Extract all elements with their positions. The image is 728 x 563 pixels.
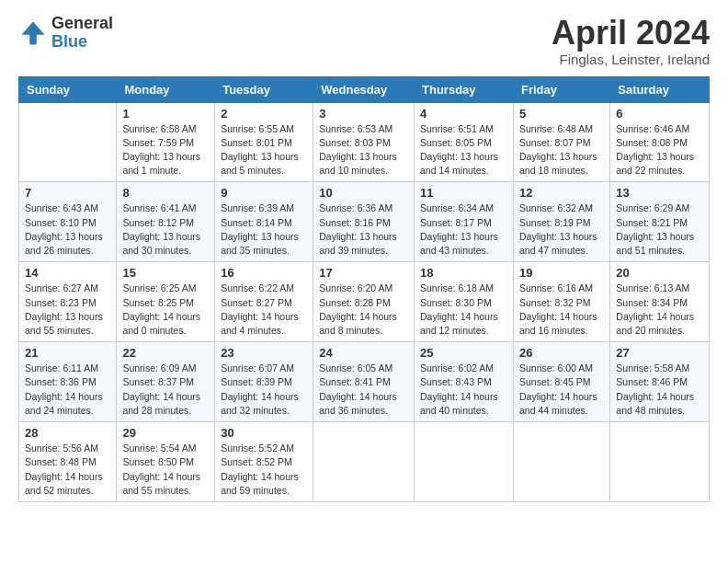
day-cell: 25Sunrise: 6:02 AMSunset: 8:43 PMDayligh… (415, 342, 514, 422)
day-info: Sunrise: 6:36 AMSunset: 8:16 PMDaylight:… (319, 201, 408, 258)
week-row-3: 14Sunrise: 6:27 AMSunset: 8:23 PMDayligh… (19, 262, 710, 342)
day-number: 3 (319, 107, 408, 121)
day-info: Sunrise: 6:29 AMSunset: 8:21 PMDaylight:… (616, 201, 703, 258)
day-info: Sunrise: 6:27 AMSunset: 8:23 PMDaylight:… (25, 282, 110, 338)
day-number: 28 (25, 426, 110, 440)
day-number: 17 (319, 266, 408, 280)
day-cell: 29Sunrise: 5:54 AMSunset: 8:50 PMDayligh… (117, 422, 215, 502)
day-cell: 22Sunrise: 6:09 AMSunset: 8:37 PMDayligh… (117, 342, 215, 422)
day-cell: 6Sunrise: 6:46 AMSunset: 8:08 PMDaylight… (610, 102, 710, 182)
day-number: 15 (122, 266, 209, 280)
day-cell: 27Sunrise: 5:58 AMSunset: 8:46 PMDayligh… (610, 342, 710, 422)
day-info: Sunrise: 6:53 AMSunset: 8:03 PMDaylight:… (319, 122, 408, 178)
day-info: Sunrise: 6:55 AMSunset: 8:01 PMDaylight:… (221, 122, 307, 178)
day-cell: 4Sunrise: 6:51 AMSunset: 8:05 PMDaylight… (415, 102, 514, 182)
col-sunday: Sunday (19, 76, 117, 102)
day-info: Sunrise: 6:05 AMSunset: 8:41 PMDaylight:… (319, 362, 408, 418)
day-info: Sunrise: 6:11 AMSunset: 8:36 PMDaylight:… (25, 362, 110, 418)
day-info: Sunrise: 6:13 AMSunset: 8:34 PMDaylight:… (616, 282, 703, 338)
day-info: Sunrise: 6:18 AMSunset: 8:30 PMDaylight:… (420, 282, 507, 338)
day-cell: 30Sunrise: 5:52 AMSunset: 8:52 PMDayligh… (215, 422, 313, 502)
day-info: Sunrise: 5:52 AMSunset: 8:52 PMDaylight:… (221, 442, 307, 498)
day-cell (415, 422, 514, 502)
day-cell: 14Sunrise: 6:27 AMSunset: 8:23 PMDayligh… (19, 262, 117, 342)
day-info: Sunrise: 6:09 AMSunset: 8:37 PMDaylight:… (122, 362, 209, 418)
day-cell: 19Sunrise: 6:16 AMSunset: 8:32 PMDayligh… (513, 262, 609, 342)
day-number: 9 (221, 186, 307, 200)
location-text: Finglas, Leinster, Ireland (552, 52, 710, 67)
day-info: Sunrise: 6:16 AMSunset: 8:32 PMDaylight:… (519, 282, 604, 338)
day-cell: 2Sunrise: 6:55 AMSunset: 8:01 PMDaylight… (215, 102, 313, 182)
day-info: Sunrise: 6:43 AMSunset: 8:10 PMDaylight:… (25, 201, 110, 258)
day-cell: 9Sunrise: 6:39 AMSunset: 8:14 PMDaylight… (215, 182, 313, 262)
logo-general-text: General (51, 15, 113, 33)
day-info: Sunrise: 6:02 AMSunset: 8:43 PMDaylight:… (420, 362, 507, 418)
day-cell: 21Sunrise: 6:11 AMSunset: 8:36 PMDayligh… (19, 342, 117, 422)
logo-text: General Blue (51, 15, 113, 52)
day-cell: 23Sunrise: 6:07 AMSunset: 8:39 PMDayligh… (215, 342, 313, 422)
col-monday: Monday (117, 76, 215, 102)
day-cell: 13Sunrise: 6:29 AMSunset: 8:21 PMDayligh… (610, 182, 710, 262)
day-info: Sunrise: 6:34 AMSunset: 8:17 PMDaylight:… (420, 201, 507, 258)
logo-icon (18, 18, 48, 48)
day-number: 7 (25, 186, 110, 200)
day-cell: 7Sunrise: 6:43 AMSunset: 8:10 PMDaylight… (19, 182, 117, 262)
day-number: 25 (420, 346, 507, 360)
day-info: Sunrise: 6:22 AMSunset: 8:27 PMDaylight:… (221, 282, 307, 338)
day-number: 20 (616, 266, 703, 280)
day-cell: 12Sunrise: 6:32 AMSunset: 8:19 PMDayligh… (513, 182, 609, 262)
day-info: Sunrise: 6:48 AMSunset: 8:07 PMDaylight:… (519, 122, 604, 178)
day-info: Sunrise: 5:54 AMSunset: 8:50 PMDaylight:… (122, 442, 209, 498)
day-cell (610, 422, 710, 502)
day-number: 21 (25, 346, 110, 360)
calendar-table: Sunday Monday Tuesday Wednesday Thursday… (18, 76, 710, 502)
day-info: Sunrise: 6:51 AMSunset: 8:05 PMDaylight:… (420, 122, 507, 178)
day-number: 29 (122, 426, 209, 440)
logo: General Blue (18, 15, 113, 52)
day-cell (513, 422, 609, 502)
day-number: 1 (122, 107, 209, 121)
day-info: Sunrise: 6:41 AMSunset: 8:12 PMDaylight:… (122, 201, 209, 258)
day-cell: 15Sunrise: 6:25 AMSunset: 8:25 PMDayligh… (117, 262, 215, 342)
month-year-title: April 2024 (552, 15, 710, 52)
day-cell: 20Sunrise: 6:13 AMSunset: 8:34 PMDayligh… (610, 262, 710, 342)
day-number: 5 (519, 107, 604, 121)
day-cell: 28Sunrise: 5:56 AMSunset: 8:48 PMDayligh… (19, 422, 117, 502)
day-number: 10 (319, 186, 408, 200)
day-info: Sunrise: 6:20 AMSunset: 8:28 PMDaylight:… (319, 282, 408, 338)
day-info: Sunrise: 6:07 AMSunset: 8:39 PMDaylight:… (221, 362, 307, 418)
day-number: 16 (221, 266, 307, 280)
day-number: 8 (122, 186, 209, 200)
day-info: Sunrise: 6:46 AMSunset: 8:08 PMDaylight:… (616, 122, 703, 178)
day-cell: 3Sunrise: 6:53 AMSunset: 8:03 PMDaylight… (313, 102, 415, 182)
day-number: 6 (616, 107, 703, 121)
day-number: 19 (519, 266, 604, 280)
page: General Blue April 2024 Finglas, Leinste… (0, 0, 728, 563)
header-row: Sunday Monday Tuesday Wednesday Thursday… (19, 76, 710, 102)
week-row-5: 28Sunrise: 5:56 AMSunset: 8:48 PMDayligh… (19, 422, 710, 502)
day-number: 22 (122, 346, 209, 360)
logo-blue-text: Blue (51, 33, 113, 52)
day-info: Sunrise: 6:32 AMSunset: 8:19 PMDaylight:… (519, 201, 604, 258)
day-number: 18 (420, 266, 507, 280)
day-number: 27 (616, 346, 703, 360)
day-info: Sunrise: 6:39 AMSunset: 8:14 PMDaylight:… (221, 201, 307, 258)
day-cell (313, 422, 415, 502)
day-cell: 10Sunrise: 6:36 AMSunset: 8:16 PMDayligh… (313, 182, 415, 262)
day-cell: 1Sunrise: 6:58 AMSunset: 7:59 PMDaylight… (117, 102, 215, 182)
day-cell: 16Sunrise: 6:22 AMSunset: 8:27 PMDayligh… (215, 262, 313, 342)
day-number: 2 (221, 107, 307, 121)
day-number: 11 (420, 186, 507, 200)
day-cell: 26Sunrise: 6:00 AMSunset: 8:45 PMDayligh… (513, 342, 609, 422)
day-number: 14 (25, 266, 110, 280)
day-cell: 24Sunrise: 6:05 AMSunset: 8:41 PMDayligh… (313, 342, 415, 422)
day-number: 26 (519, 346, 604, 360)
col-wednesday: Wednesday (313, 76, 415, 102)
calendar-body: 1Sunrise: 6:58 AMSunset: 7:59 PMDaylight… (19, 102, 710, 501)
day-cell: 5Sunrise: 6:48 AMSunset: 8:07 PMDaylight… (513, 102, 609, 182)
day-cell: 8Sunrise: 6:41 AMSunset: 8:12 PMDaylight… (117, 182, 215, 262)
day-number: 4 (420, 107, 507, 121)
day-info: Sunrise: 6:00 AMSunset: 8:45 PMDaylight:… (519, 362, 604, 418)
day-number: 30 (221, 426, 307, 440)
week-row-2: 7Sunrise: 6:43 AMSunset: 8:10 PMDaylight… (19, 182, 710, 262)
